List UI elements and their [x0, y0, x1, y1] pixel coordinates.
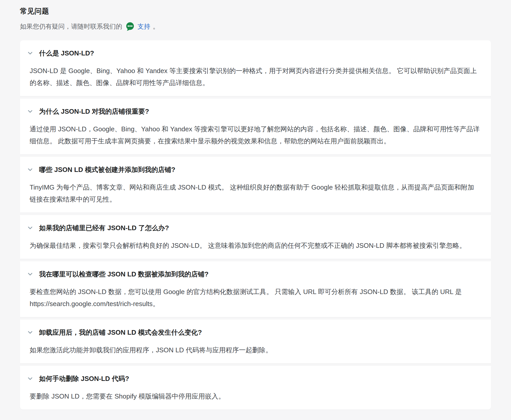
chevron-down-icon: [27, 167, 33, 173]
faq-answer: JSON-LD 是 Google、Bing、Yahoo 和 Yandex 等主要…: [30, 65, 480, 89]
faq-question-toggle[interactable]: 如果我的店铺里已经有 JSON-LD 了怎么办?: [30, 224, 480, 232]
faq-answer: 通过使用 JSON-LD，Google、Bing、Yahoo 和 Yandex …: [30, 123, 480, 147]
faq-item: 如果我的店铺里已经有 JSON-LD 了怎么办? 为确保最佳结果，搜索引擎只会解…: [20, 215, 491, 259]
faq-answer: TinyIMG 为每个产品、博客文章、网站和商店生成 JSON-LD 模式。 这…: [30, 181, 480, 205]
faq-question-label: 我在哪里可以检查哪些 JSON LD 数据被添加到我的店铺?: [39, 270, 208, 278]
faq-item: 我在哪里可以检查哪些 JSON LD 数据被添加到我的店铺? 要检查您网站的 J…: [20, 261, 491, 317]
chevron-down-icon: [27, 50, 33, 56]
faq-question-label: 为什么 JSON-LD 对我的店铺很重要?: [39, 107, 149, 115]
faq-question-label: 哪些 JSON LD 模式被创建并添加到我的店铺?: [39, 166, 175, 174]
faq-item: 卸载应用后，我的店铺 JSON LD 模式会发生什么变化? 如果您激活此功能并卸…: [20, 320, 491, 363]
faq-item: 为什么 JSON-LD 对我的店铺很重要? 通过使用 JSON-LD，Googl…: [20, 99, 491, 154]
faq-question-toggle[interactable]: 为什么 JSON-LD 对我的店铺很重要?: [30, 107, 480, 115]
faq-answer: 为确保最佳结果，搜索引擎只会解析结构良好的 JSON-LD。 这意味着添加到您的…: [30, 240, 480, 252]
faq-item: 什么是 JSON-LD? JSON-LD 是 Google、Bing、Yahoo…: [20, 40, 491, 96]
faq-question-label: 卸载应用后，我的店铺 JSON LD 模式会发生什么变化?: [39, 328, 202, 336]
faq-question-toggle[interactable]: 什么是 JSON-LD?: [30, 49, 480, 57]
chevron-down-icon: [27, 329, 33, 335]
faq-question-toggle[interactable]: 我在哪里可以检查哪些 JSON LD 数据被添加到我的店铺?: [30, 270, 480, 278]
faq-page: 常见问题 如果您仍有疑问，请随时联系我们的 支持 。 什么是 JSON-LD? …: [0, 0, 511, 420]
support-link[interactable]: 支持: [137, 21, 150, 31]
faq-answer: 如果您激活此功能并卸载我们的应用程序，JSON LD 代码将与应用程序一起删除。: [30, 344, 480, 356]
chat-bubble-icon[interactable]: [125, 21, 135, 31]
faq-answer: 要检查您网站的 JSON-LD 数据，您可以使用 Google 的官方结构化数据…: [30, 286, 480, 310]
faq-question-label: 如何手动删除 JSON-LD 代码?: [39, 375, 129, 383]
faq-answer: 要删除 JSON LD，您需要在 Shopify 模版编辑器中停用应用嵌入。: [30, 390, 480, 402]
page-title: 常见问题: [20, 7, 491, 16]
chevron-down-icon: [27, 271, 33, 277]
chevron-down-icon: [27, 376, 33, 382]
subtitle: 如果您仍有疑问，请随时联系我们的 支持 。: [20, 21, 491, 31]
faq-item: 如何手动删除 JSON-LD 代码? 要删除 JSON LD，您需要在 Shop…: [20, 366, 491, 410]
faq-question-toggle[interactable]: 哪些 JSON LD 模式被创建并添加到我的店铺?: [30, 166, 480, 174]
subtitle-suffix: 。: [153, 21, 159, 31]
faq-question-toggle[interactable]: 如何手动删除 JSON-LD 代码?: [30, 375, 480, 383]
chevron-down-icon: [27, 108, 33, 114]
chevron-down-icon: [27, 225, 33, 231]
subtitle-text: 如果您仍有疑问，请随时联系我们的: [20, 21, 122, 31]
faq-card: 什么是 JSON-LD? JSON-LD 是 Google、Bing、Yahoo…: [20, 40, 491, 410]
faq-question-label: 什么是 JSON-LD?: [39, 49, 94, 57]
faq-question-label: 如果我的店铺里已经有 JSON-LD 了怎么办?: [39, 224, 169, 232]
faq-item: 哪些 JSON LD 模式被创建并添加到我的店铺? TinyIMG 为每个产品、…: [20, 157, 491, 213]
faq-question-toggle[interactable]: 卸载应用后，我的店铺 JSON LD 模式会发生什么变化?: [30, 328, 480, 336]
